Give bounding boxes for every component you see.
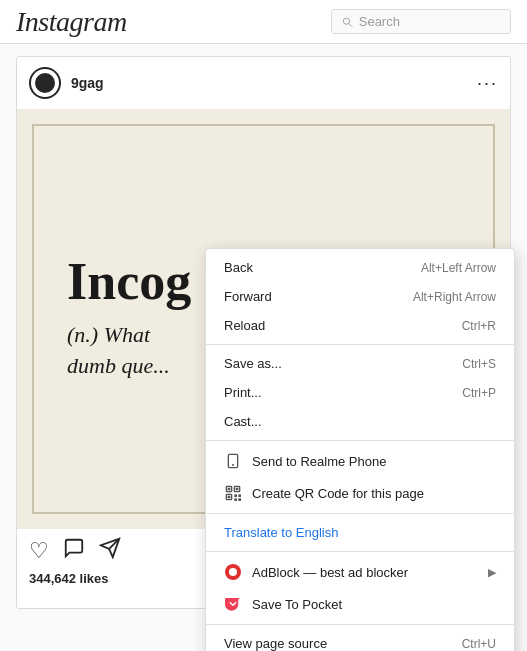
- like-button[interactable]: ♡: [29, 538, 49, 564]
- context-menu-cast[interactable]: Cast...: [206, 407, 514, 436]
- context-menu-pocket-label: Save To Pocket: [252, 597, 342, 612]
- context-menu-qr-code-left: Create QR Code for this page: [224, 484, 424, 502]
- menu-separator-1: [206, 344, 514, 345]
- avatar-inner: [31, 69, 59, 97]
- context-menu-reload-label: Reload: [224, 318, 265, 333]
- context-menu-back-shortcut: Alt+Left Arrow: [421, 261, 496, 275]
- search-input[interactable]: Search: [359, 14, 500, 29]
- context-menu-cast-label: Cast...: [224, 414, 262, 429]
- svg-line-1: [349, 23, 352, 26]
- share-button[interactable]: [99, 537, 121, 565]
- more-options-button[interactable]: ···: [477, 73, 498, 94]
- context-menu-back-label: Back: [224, 260, 253, 275]
- context-menu-view-source[interactable]: View page source Ctrl+U: [206, 629, 514, 651]
- menu-separator-5: [206, 624, 514, 625]
- svg-rect-11: [228, 496, 231, 499]
- context-menu-send-to-phone-left: Send to Realme Phone: [224, 452, 386, 470]
- context-menu-adblock-label: AdBlock — best ad blocker: [252, 565, 408, 580]
- context-menu-print-label: Print...: [224, 385, 262, 400]
- search-box[interactable]: Search: [331, 9, 511, 34]
- context-menu-save-as-label: Save as...: [224, 356, 282, 371]
- context-menu-translate[interactable]: Translate to English: [206, 518, 514, 547]
- context-menu-print-shortcut: Ctrl+P: [462, 386, 496, 400]
- send-to-phone-icon: [224, 452, 242, 470]
- menu-separator-3: [206, 513, 514, 514]
- context-menu-forward-label: Forward: [224, 289, 272, 304]
- context-menu-adblock-left: AdBlock — best ad blocker: [224, 563, 408, 581]
- share-icon: [99, 537, 121, 559]
- svg-rect-13: [238, 494, 241, 497]
- svg-rect-9: [236, 488, 239, 491]
- context-menu-qr-code-label: Create QR Code for this page: [252, 486, 424, 501]
- context-menu-qr-code[interactable]: Create QR Code for this page: [206, 477, 514, 509]
- comment-button[interactable]: [63, 537, 85, 565]
- context-menu-forward-shortcut: Alt+Right Arrow: [413, 290, 496, 304]
- context-menu-pocket-left: Save To Pocket: [224, 595, 342, 613]
- context-menu-forward[interactable]: Forward Alt+Right Arrow: [206, 282, 514, 311]
- context-menu: Back Alt+Left Arrow Forward Alt+Right Ar…: [205, 248, 515, 651]
- pocket-icon: [224, 595, 242, 613]
- svg-rect-14: [234, 498, 237, 501]
- context-menu-reload-shortcut: Ctrl+R: [462, 319, 496, 333]
- context-menu-save-as[interactable]: Save as... Ctrl+S: [206, 349, 514, 378]
- context-menu-send-to-phone-label: Send to Realme Phone: [252, 454, 386, 469]
- svg-rect-12: [234, 494, 237, 497]
- menu-separator-4: [206, 551, 514, 552]
- post-header: 9gag ···: [17, 57, 510, 109]
- svg-point-0: [343, 17, 349, 23]
- context-menu-view-source-shortcut: Ctrl+U: [462, 637, 496, 651]
- svg-rect-7: [228, 488, 231, 491]
- post-image-title: Incog: [67, 256, 191, 308]
- context-menu-adblock[interactable]: AdBlock — best ad blocker ▶: [206, 556, 514, 588]
- post-username[interactable]: 9gag: [71, 75, 467, 91]
- svg-rect-15: [238, 498, 241, 501]
- adblock-submenu-arrow: ▶: [488, 566, 496, 579]
- app-header: Instagram Search: [0, 0, 527, 44]
- context-menu-print[interactable]: Print... Ctrl+P: [206, 378, 514, 407]
- instagram-logo: Instagram: [16, 6, 127, 38]
- context-menu-send-to-phone[interactable]: Send to Realme Phone: [206, 445, 514, 477]
- context-menu-reload[interactable]: Reload Ctrl+R: [206, 311, 514, 340]
- context-menu-view-source-label: View page source: [224, 636, 327, 651]
- menu-separator-2: [206, 440, 514, 441]
- context-menu-translate-label: Translate to English: [224, 525, 338, 540]
- context-menu-back[interactable]: Back Alt+Left Arrow: [206, 253, 514, 282]
- avatar: [29, 67, 61, 99]
- post-image-subtitle: (n.) Whatdumb que...: [67, 320, 191, 382]
- adblock-icon: [224, 563, 242, 581]
- comment-icon: [63, 537, 85, 559]
- post-image-content: Incog (n.) Whatdumb que...: [67, 256, 191, 382]
- context-menu-save-as-shortcut: Ctrl+S: [462, 357, 496, 371]
- qr-code-icon: [224, 484, 242, 502]
- search-icon: [342, 16, 353, 28]
- avatar-dot: [35, 73, 55, 93]
- context-menu-pocket[interactable]: Save To Pocket: [206, 588, 514, 620]
